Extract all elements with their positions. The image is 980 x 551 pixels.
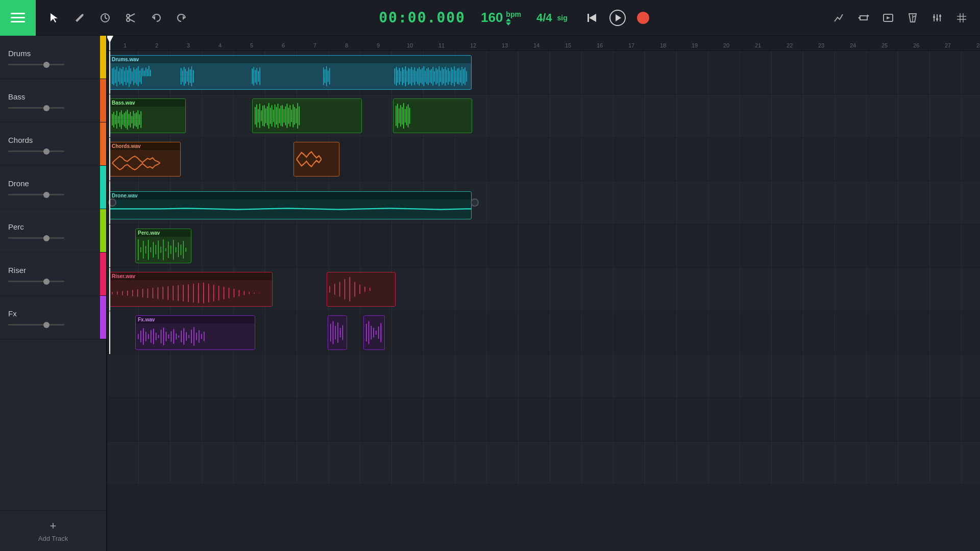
- empty-row-1: [107, 355, 980, 398]
- add-track-button[interactable]: + Add Track: [0, 510, 106, 551]
- svg-marker-18: [887, 16, 890, 19]
- add-track-label: Add Track: [38, 535, 68, 542]
- clip-riser-2[interactable]: [327, 272, 396, 307]
- track-color-riser: [100, 253, 106, 295]
- svg-point-5: [127, 18, 130, 21]
- loop-icon[interactable]: [855, 10, 872, 26]
- ruler-mark-22: 22: [774, 42, 805, 48]
- select-tool[interactable]: [46, 10, 62, 26]
- bpm-arrows[interactable]: [506, 18, 511, 26]
- ruler-mark-16: 16: [584, 42, 616, 48]
- ruler-mark-13: 13: [489, 42, 521, 48]
- transport-controls: [583, 9, 652, 27]
- clock-tool[interactable]: [97, 10, 113, 26]
- svg-marker-11: [589, 14, 596, 22]
- timeline-area: 1234567891011121314151617181920212223242…: [107, 36, 980, 551]
- tracks-content[interactable]: Drums.wav: [107, 51, 980, 551]
- clip-riser-1[interactable]: Riser.wav: [109, 272, 273, 307]
- menu-button[interactable]: [0, 0, 36, 36]
- clip-fx-2[interactable]: [328, 315, 347, 350]
- bpm-label: bpm: [506, 10, 521, 18]
- clip-bass-1[interactable]: Bass.wav: [109, 98, 186, 133]
- track-header-riser: Riser: [0, 253, 106, 296]
- clip-label-chords-1: Chords.wav: [110, 142, 180, 150]
- grid-icon[interactable]: [953, 10, 970, 26]
- track-name-riser: Riser: [8, 266, 106, 274]
- clip-label-fx-1: Fx.wav: [136, 316, 255, 323]
- clip-perc-1[interactable]: Perc.wav: [135, 229, 191, 263]
- play-button[interactable]: [608, 9, 627, 27]
- clip-chords-2[interactable]: [293, 142, 339, 177]
- clip-fx-3[interactable]: [363, 315, 385, 350]
- clip-fx-1[interactable]: Fx.wav: [135, 315, 255, 350]
- tracks-panel: Drums Bass Chords: [0, 36, 107, 551]
- clip-handle-start-drone[interactable]: [108, 198, 116, 207]
- track-volume-chords[interactable]: [8, 151, 64, 152]
- track-row-chords[interactable]: Chords.wav: [107, 138, 980, 181]
- render-icon[interactable]: [880, 10, 896, 26]
- track-volume-perc[interactable]: [8, 237, 64, 239]
- track-header-perc: Perc: [0, 209, 106, 253]
- ruler-mark-6: 6: [267, 42, 299, 48]
- track-slider-row-chords: [8, 151, 106, 152]
- track-row-perc[interactable]: Perc.wav: [107, 224, 980, 268]
- clip-wave-fx-2: [328, 316, 347, 349]
- metronome-icon[interactable]: [904, 10, 921, 26]
- track-name-perc: Perc: [8, 222, 106, 231]
- track-volume-riser[interactable]: [8, 281, 64, 282]
- svg-marker-16: [858, 16, 860, 19]
- scissors-tool[interactable]: [122, 10, 139, 26]
- clip-bass-2[interactable]: [252, 98, 362, 133]
- track-info-bass: Bass: [8, 92, 106, 109]
- skip-back-button[interactable]: [583, 9, 601, 27]
- ruler-mark-2: 2: [141, 42, 173, 48]
- track-row-bass[interactable]: Bass.wav: [107, 94, 980, 138]
- ruler-mark-28: 28: [964, 42, 980, 48]
- tool-group: [36, 10, 200, 26]
- grid-perc: [107, 224, 980, 267]
- redo-button[interactable]: [174, 10, 190, 26]
- clip-label-bass-1: Bass.wav: [110, 99, 185, 107]
- mix-icon[interactable]: [929, 10, 945, 26]
- track-header-drone: Drone: [0, 166, 106, 209]
- track-color-drone: [100, 166, 106, 209]
- track-volume-drone[interactable]: [8, 194, 64, 195]
- track-row-drone[interactable]: Drone.wav: [107, 181, 980, 224]
- track-row-drums[interactable]: Drums.wav: [107, 51, 980, 94]
- clip-drone-1[interactable]: Drone.wav: [109, 191, 472, 219]
- track-slider-row-fx: [8, 324, 106, 325]
- track-row-riser[interactable]: Riser.wav: [107, 268, 980, 311]
- clip-wave-bass-3: [394, 99, 472, 133]
- empty-row-3: [107, 441, 980, 485]
- track-row-fx[interactable]: Fx.wav: [107, 311, 980, 355]
- graph-icon[interactable]: [831, 10, 847, 26]
- ruler-mark-8: 8: [331, 42, 362, 48]
- track-info-perc: Perc: [8, 222, 106, 239]
- clip-wave-riser-2: [327, 272, 395, 306]
- track-volume-drums[interactable]: [8, 64, 64, 65]
- clip-label-drums-1: Drums.wav: [110, 56, 471, 63]
- record-button[interactable]: [634, 9, 652, 27]
- clip-drums-1[interactable]: Drums.wav: [109, 55, 472, 90]
- svg-rect-26: [936, 18, 938, 20]
- track-header-chords: Chords: [0, 122, 106, 166]
- clip-wave-drums-1: [110, 63, 471, 89]
- draw-tool[interactable]: [71, 10, 88, 26]
- clip-handle-end-drone[interactable]: [471, 198, 479, 207]
- empty-row-2: [107, 398, 980, 441]
- track-volume-bass[interactable]: [8, 107, 64, 109]
- svg-line-7: [130, 19, 135, 22]
- track-slider-row-drums: [8, 64, 106, 65]
- track-info-drums: Drums: [8, 49, 106, 65]
- bpm-display: 160 bpm: [481, 10, 521, 26]
- track-volume-fx[interactable]: [8, 324, 64, 325]
- ruler: 1234567891011121314151617181920212223242…: [107, 36, 980, 51]
- clip-bass-3[interactable]: [393, 98, 472, 133]
- clip-wave-riser-1: [110, 280, 272, 306]
- clip-chords-1[interactable]: Chords.wav: [109, 142, 181, 177]
- undo-button[interactable]: [148, 10, 164, 26]
- ruler-mark-7: 7: [299, 42, 331, 48]
- track-color-bass: [100, 79, 106, 122]
- track-name-bass: Bass: [8, 92, 106, 101]
- track-header-drums: Drums: [0, 36, 106, 79]
